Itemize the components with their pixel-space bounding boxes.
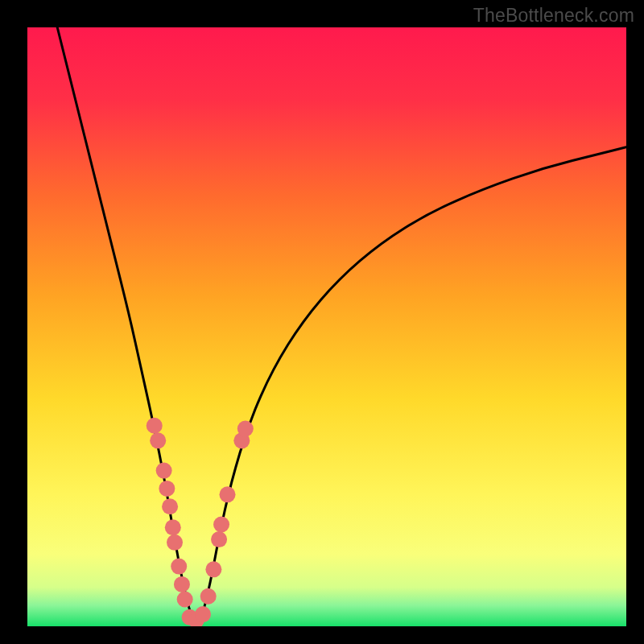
data-point [147,418,163,434]
data-point [220,486,236,502]
data-point [159,481,175,497]
plot-area [27,27,626,626]
data-point [205,561,221,577]
data-point [174,576,190,592]
data-point [213,517,229,533]
data-point [162,498,178,514]
data-point [195,606,211,622]
watermark-label: TheBottleneck.com [473,5,634,27]
data-point [167,535,183,551]
chart-svg [27,27,626,626]
data-point [177,592,193,608]
data-point [211,531,227,547]
bottleneck-curve [57,27,626,621]
data-point [171,559,187,575]
data-point [156,463,172,479]
data-point [200,588,217,605]
data-point [150,432,166,448]
outer-frame: TheBottleneck.com [0,0,644,644]
data-point [237,420,254,436]
data-point [165,519,181,535]
